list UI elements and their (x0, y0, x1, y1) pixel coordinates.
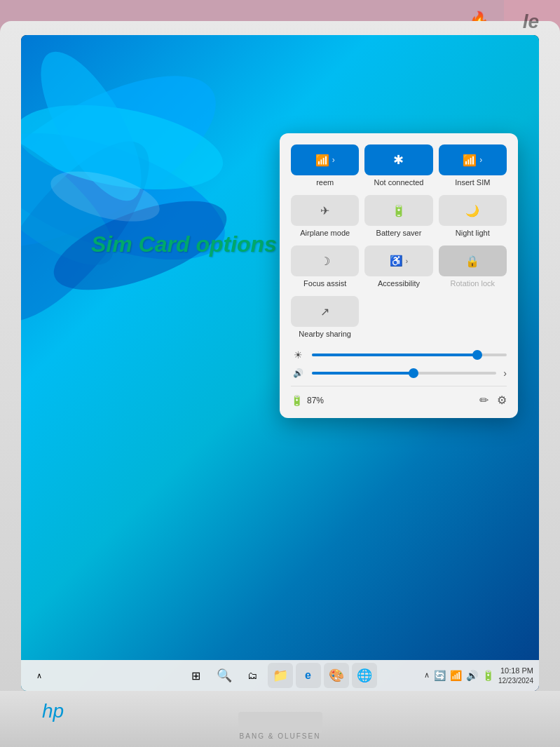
wifi-icon: 📶 (315, 154, 329, 167)
windows-icon: ⊞ (191, 669, 200, 682)
rotation-lock-button[interactable]: 🔒 (439, 245, 507, 276)
nearby-sharing-tile: ↗ Nearby sharing (291, 296, 359, 338)
edge-button[interactable]: e (296, 663, 321, 688)
night-light-icon: 🌙 (465, 204, 479, 217)
paint-icon: 🎨 (329, 668, 344, 683)
night-light-label: Night light (456, 229, 490, 237)
focus-assist-tile: ☽ Focus assist (291, 245, 359, 288)
second-quick-row: ✈ Airplane mode 🔋 Battery saver 🌙 (291, 195, 507, 237)
panel-bottom-bar: 🔋 87% ✏ ⚙ (291, 386, 507, 407)
wifi-chevron: › (332, 155, 335, 165)
brightness-slider-row: ☀ (291, 349, 507, 361)
airplane-button[interactable]: ✈ (291, 195, 359, 226)
rotation-lock-tile: 🔒 Rotation lock (439, 245, 507, 288)
panel-action-icons: ✏ ⚙ (479, 393, 507, 407)
bluetooth-label: Not connected (374, 178, 424, 187)
chrome-icon: 🌐 (357, 668, 372, 683)
search-button[interactable]: 🔍 (212, 663, 237, 688)
battery-saver-icon: 🔋 (392, 204, 406, 217)
nearby-sharing-button[interactable]: ↗ (291, 296, 359, 327)
settings-button[interactable]: ⚙ (497, 393, 507, 407)
chevron-up-icon: ∧ (36, 671, 42, 680)
battery-info: 🔋 87% (291, 395, 324, 406)
accessibility-chevron: › (406, 257, 408, 265)
brightness-thumb[interactable] (472, 350, 482, 360)
screen-bezel: Sim Card options 📶 › reem (21, 35, 539, 691)
tray-chevron-icon[interactable]: ∧ (424, 671, 430, 680)
bluetooth-group: ✱ Not connected (364, 144, 432, 187)
hp-logo: hp (42, 700, 64, 722)
laptop-frame: Sim Card options 📶 › reem (0, 21, 560, 747)
tray-battery-icon: 🔋 (482, 670, 494, 681)
volume-thumb[interactable] (409, 368, 418, 378)
brightness-track (312, 354, 507, 356)
laptop-bottom: hp BANG & OLUFSEN (0, 691, 560, 747)
quick-settings-panel: 📶 › reem ✱ Not connected (280, 133, 518, 418)
clock-date: 12/23/2024 (498, 676, 533, 685)
airplane-label: Airplane mode (300, 229, 350, 237)
brightness-icon: ☀ (291, 349, 305, 361)
insert-sim-label: Insert SIM (455, 178, 490, 187)
accessibility-icon: ♿ (390, 255, 403, 267)
folder-icon: 📁 (273, 668, 288, 683)
task-view-button[interactable]: 🗂 (240, 663, 265, 688)
sim-card-overlay: Sim Card options (91, 231, 277, 257)
mobile-group: 📶 › Insert SIM (439, 144, 507, 187)
rotation-lock-label: Rotation lock (451, 279, 496, 288)
paint-button[interactable]: 🎨 (324, 663, 349, 688)
bang-olufsen-label: BANG & OLUFSEN (240, 732, 321, 740)
search-icon: 🔍 (217, 668, 232, 683)
brightness-fill (312, 354, 477, 356)
system-clock[interactable]: 10:18 PM 12/23/2024 (498, 666, 533, 685)
volume-icon: 🔊 (291, 368, 305, 378)
airplane-tile: ✈ Airplane mode (291, 195, 359, 237)
focus-assist-button[interactable]: ☽ (291, 245, 359, 276)
volume-slider-row: 🔊 › (291, 368, 507, 379)
fourth-quick-row: ↗ Nearby sharing (291, 296, 507, 338)
taskbar-left: ∧ (27, 663, 52, 688)
nearby-sharing-label: Nearby sharing (299, 330, 351, 338)
night-light-tile: 🌙 Night light (439, 195, 507, 237)
night-light-button[interactable]: 🌙 (439, 195, 507, 226)
accessibility-tile: ♿ › Accessibility (364, 245, 432, 288)
wifi-group: 📶 › reem (291, 144, 359, 187)
third-quick-row: ☽ Focus assist ♿ › Accessibility 🔒 (291, 245, 507, 288)
rotation-lock-icon: 🔒 (465, 255, 479, 268)
browser-icon: e (305, 669, 311, 682)
tray-rotate-icon: 🔄 (434, 670, 446, 681)
focus-assist-label: Focus assist (303, 279, 346, 288)
accessibility-button[interactable]: ♿ › (364, 245, 432, 276)
file-explorer-button[interactable]: 📁 (268, 663, 293, 688)
battery-status-icon: 🔋 (291, 395, 303, 406)
tray-wifi-icon: 📶 (450, 670, 462, 681)
wifi-label: reem (316, 178, 334, 187)
mobile-button[interactable]: 📶 › (439, 144, 507, 175)
taskbar: ∧ ⊞ 🔍 🗂 📁 (21, 660, 539, 691)
wifi-button[interactable]: 📶 › (291, 144, 359, 175)
bluetooth-button[interactable]: ✱ (364, 144, 432, 175)
tray-volume-icon[interactable]: 🔊 (466, 670, 478, 681)
volume-track (312, 372, 496, 375)
top-quick-buttons: 📶 › reem ✱ Not connected (291, 144, 507, 187)
nearby-sharing-icon: ↗ (320, 305, 329, 318)
battery-saver-label: Battery saver (376, 229, 422, 237)
edit-panel-button[interactable]: ✏ (479, 393, 489, 407)
battery-saver-button[interactable]: 🔋 (364, 195, 432, 226)
start-button[interactable]: ⊞ (184, 663, 209, 688)
taskbar-chevron-icon[interactable]: ∧ (27, 663, 52, 688)
battery-percent: 87% (307, 396, 324, 405)
system-tray: ∧ 🔄 📶 🔊 🔋 (424, 670, 494, 681)
accessibility-label: Accessibility (378, 279, 420, 288)
task-view-icon: 🗂 (247, 670, 257, 681)
bluetooth-icon: ✱ (393, 152, 404, 168)
airplane-icon: ✈ (320, 204, 329, 217)
focus-assist-icon: ☽ (320, 255, 330, 268)
hinge-area (238, 712, 322, 733)
volume-fill (312, 372, 414, 375)
clock-time: 10:18 PM (498, 666, 533, 675)
volume-chevron[interactable]: › (503, 368, 507, 379)
chrome-button[interactable]: 🌐 (352, 663, 377, 688)
desktop: Sim Card options 📶 › reem (21, 35, 539, 691)
mobile-chevron: › (479, 155, 482, 165)
taskbar-right: ∧ 🔄 📶 🔊 🔋 10:18 PM 12/23/2024 (424, 666, 533, 685)
